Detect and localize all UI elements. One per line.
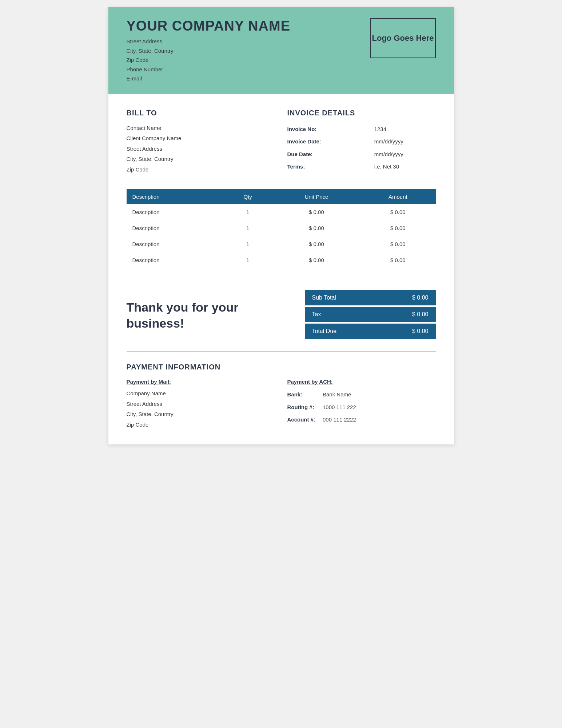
tax-label: Tax <box>312 311 321 318</box>
tax-row: Tax $ 0.00 <box>305 307 436 322</box>
bank-label: Bank: <box>287 388 323 401</box>
invoice-details-table: Invoice No: 1234 Invoice Date: mm/dd/yyy… <box>287 123 436 173</box>
item-description-4: Description <box>127 252 223 268</box>
company-address-line1: Street Address <box>127 37 291 46</box>
invoice-header: YOUR COMPANY NAME Street Address City, S… <box>108 7 454 94</box>
due-date-row: Due Date: mm/dd/yyyy <box>287 148 436 161</box>
bill-invoice-section: BILL TO Contact Name Client Company Name… <box>108 94 454 186</box>
payment-mail-title: Payment by Mail: <box>127 379 275 385</box>
account-value: 000 111 2222 <box>323 414 356 426</box>
terms-value: i.e. Net 30 <box>374 161 436 173</box>
account-row: Account #: 000 111 2222 <box>287 414 356 426</box>
col-qty: Qty <box>223 189 273 204</box>
terms-label: Terms: <box>287 161 374 173</box>
bill-to-title: BILL TO <box>127 109 275 117</box>
bank-value: Bank Name <box>323 388 356 401</box>
total-due-label: Total Due <box>312 328 337 335</box>
due-date-value: mm/dd/yyyy <box>374 148 436 161</box>
items-table-body: Description 1 $ 0.00 $ 0.00 Description … <box>127 204 436 268</box>
bill-to-section: BILL TO Contact Name Client Company Name… <box>127 109 275 175</box>
item-amount-1: $ 0.00 <box>360 204 435 220</box>
invoice-date-row: Invoice Date: mm/dd/yyyy <box>287 135 436 148</box>
terms-row: Terms: i.e. Net 30 <box>287 161 436 173</box>
items-header-row: Description Qty Unit Price Amount <box>127 189 436 204</box>
company-email: E-mail <box>127 74 291 83</box>
bill-company-name: Client Company Name <box>127 133 275 144</box>
subtotal-label: Sub Total <box>312 294 336 301</box>
items-section: Description Qty Unit Price Amount Descri… <box>108 186 454 279</box>
item-amount-4: $ 0.00 <box>360 252 435 268</box>
due-date-label: Due Date: <box>287 148 374 161</box>
totals-table: Sub Total $ 0.00 Tax $ 0.00 Total Due $ … <box>305 290 436 340</box>
invoice-details-section: INVOICE DETAILS Invoice No: 1234 Invoice… <box>287 109 436 175</box>
bill-street: Street Address <box>127 144 275 154</box>
invoice-date-label: Invoice Date: <box>287 135 374 148</box>
company-name: YOUR COMPANY NAME <box>127 18 291 34</box>
item-qty-3: 1 <box>223 236 273 252</box>
subtotal-row: Sub Total $ 0.00 <box>305 290 436 305</box>
company-address-line2: City, State, Country <box>127 46 291 56</box>
invoice-document: YOUR COMPANY NAME Street Address City, S… <box>108 7 454 444</box>
item-price-1: $ 0.00 <box>273 204 360 220</box>
logo-placeholder: Logo Goes Here <box>370 18 436 58</box>
col-unit-price: Unit Price <box>273 189 360 204</box>
total-due-row: Total Due $ 0.00 <box>305 324 436 339</box>
totals-section: Thank you for your business! Sub Total $… <box>108 279 454 351</box>
invoice-details-title: INVOICE DETAILS <box>287 109 436 117</box>
account-label: Account #: <box>287 414 323 426</box>
total-due-value: $ 0.00 <box>412 328 428 335</box>
items-table: Description Qty Unit Price Amount Descri… <box>127 189 436 268</box>
item-description-1: Description <box>127 204 223 220</box>
company-phone: Phone Number <box>127 65 291 74</box>
item-description-2: Description <box>127 220 223 236</box>
table-row: Description 1 $ 0.00 $ 0.00 <box>127 252 436 268</box>
invoice-date-value: mm/dd/yyyy <box>374 135 436 148</box>
bill-contact-name: Contact Name <box>127 123 275 134</box>
routing-label: Routing #: <box>287 401 323 414</box>
items-table-header: Description Qty Unit Price Amount <box>127 189 436 204</box>
item-price-4: $ 0.00 <box>273 252 360 268</box>
payment-ach-table: Bank: Bank Name Routing #: 1000 111 222 … <box>287 388 356 426</box>
col-amount: Amount <box>360 189 435 204</box>
routing-value: 1000 111 222 <box>323 401 356 414</box>
payment-section: PAYMENT INFORMATION Payment by Mail: Com… <box>108 352 454 444</box>
item-price-2: $ 0.00 <box>273 220 360 236</box>
invoice-no-label: Invoice No: <box>287 123 374 136</box>
table-row: Description 1 $ 0.00 $ 0.00 <box>127 220 436 236</box>
item-qty-4: 1 <box>223 252 273 268</box>
bank-row: Bank: Bank Name <box>287 388 356 401</box>
payment-title: PAYMENT INFORMATION <box>127 363 436 371</box>
thank-you-message: Thank you for your business! <box>127 299 243 331</box>
payment-mail-col: Payment by Mail: Company Name Street Add… <box>127 379 275 430</box>
payment-mail-city: City, State, Country <box>127 409 275 420</box>
payment-ach-col: Payment by ACH: Bank: Bank Name Routing … <box>287 379 436 430</box>
company-info: YOUR COMPANY NAME Street Address City, S… <box>127 18 291 83</box>
item-description-3: Description <box>127 236 223 252</box>
table-row: Description 1 $ 0.00 $ 0.00 <box>127 236 436 252</box>
item-qty-1: 1 <box>223 204 273 220</box>
bill-city: City, State, Country <box>127 154 275 165</box>
routing-row: Routing #: 1000 111 222 <box>287 401 356 414</box>
item-qty-2: 1 <box>223 220 273 236</box>
tax-value: $ 0.00 <box>412 311 428 318</box>
invoice-no-row: Invoice No: 1234 <box>287 123 436 136</box>
payment-ach-title: Payment by ACH: <box>287 379 436 385</box>
bill-zip: Zip Code <box>127 165 275 175</box>
payment-mail-street: Street Address <box>127 399 275 410</box>
payment-mail-company: Company Name <box>127 388 275 399</box>
item-amount-3: $ 0.00 <box>360 236 435 252</box>
item-price-3: $ 0.00 <box>273 236 360 252</box>
item-amount-2: $ 0.00 <box>360 220 435 236</box>
subtotal-value: $ 0.00 <box>412 294 428 301</box>
company-zip: Zip Code <box>127 55 291 65</box>
payment-mail-zip: Zip Code <box>127 420 275 430</box>
table-row: Description 1 $ 0.00 $ 0.00 <box>127 204 436 220</box>
col-description: Description <box>127 189 223 204</box>
payment-columns: Payment by Mail: Company Name Street Add… <box>127 379 436 430</box>
invoice-no-value: 1234 <box>374 123 436 136</box>
